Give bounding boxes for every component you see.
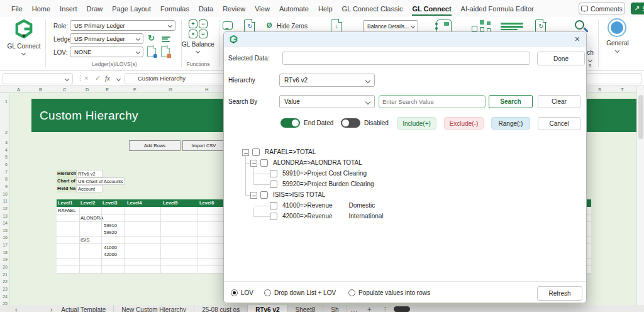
tree-checkbox[interactable] [270, 202, 277, 209]
menu-tab-review[interactable]: Review [223, 5, 245, 13]
done-button[interactable]: Done [537, 52, 585, 65]
cancel-entry-icon[interactable]: × [84, 74, 88, 82]
gl-connect-button[interactable]: GL Connect [5, 43, 43, 50]
chart-of-accounts-cell-value[interactable]: US Chart of Accounts [76, 177, 125, 185]
tree-item-label[interactable]: 59910=>Project Cost Clearing [282, 170, 367, 177]
general-dropdown-icon[interactable] [615, 48, 619, 53]
menu-tab-formulas[interactable]: Formulas [160, 5, 189, 13]
ledger-select[interactable]: US Primary Ledger [70, 33, 143, 44]
name-box-dropdown-icon[interactable] [65, 77, 69, 81]
disabled-toggle[interactable] [341, 118, 360, 128]
tree-checkbox[interactable] [260, 159, 268, 167]
gl-balance-button[interactable]: GL Balance [178, 41, 218, 48]
include-button[interactable]: Include(+) [397, 117, 436, 130]
vertical-scrollbar[interactable] [636, 86, 644, 305]
collapse-toggle-icon[interactable] [250, 160, 257, 167]
tree-item-label[interactable]: 59920=>Project Burden Clearing [282, 181, 374, 187]
dropdown-list-lov-radio[interactable] [264, 289, 271, 296]
menu-tab-gl-connect-classic[interactable]: GL Connect Classic [342, 5, 403, 13]
sheet-tab[interactable]: Sheet8 [288, 305, 324, 312]
hide-zeros-icon[interactable]: Ø [267, 21, 272, 29]
refresh-ledger-icon[interactable]: ↻ [148, 33, 155, 43]
general-format-icon[interactable] [608, 18, 626, 37]
summary-lines-icon[interactable] [501, 21, 523, 31]
general-button[interactable]: General [600, 40, 635, 47]
remove-lov-document-icon[interactable] [161, 46, 170, 57]
collapse-toggle-icon[interactable] [250, 192, 257, 199]
tree-item-label[interactable]: ALONDRA=>ALONDRA TOTAL [273, 159, 362, 166]
range-button[interactable]: Range(:) [491, 117, 530, 130]
prev-sheet-icon[interactable]: ‹ [15, 305, 18, 312]
tree-item-label[interactable]: 41000=>RevenueDomestic [282, 202, 375, 209]
menu-tab-view[interactable]: View [255, 5, 270, 13]
hierarchy-name-cell-label[interactable]: Hierarch [57, 170, 76, 177]
hide-zeros-label[interactable]: Hide Zeros [277, 23, 308, 30]
sheet-tab[interactable]: 25-08 cust os [194, 305, 248, 312]
collapse-toggle-icon[interactable] [242, 149, 249, 156]
selected-data-input[interactable] [282, 52, 530, 65]
role-select[interactable]: US Primary Ledger [70, 20, 175, 31]
sheet-tab-active[interactable]: RTv6 v2 [248, 305, 287, 312]
lov-select[interactable]: NONE [70, 47, 143, 57]
tree-item-label[interactable]: RAFAEL=>TOTAL [265, 148, 316, 155]
hierarchy-select[interactable]: RTv6 v2 [279, 74, 375, 87]
cancel-button[interactable]: Cancel [538, 117, 580, 130]
sheet-tab[interactable]: New Custom Hierarchy [114, 305, 194, 312]
more-sheets-icon[interactable]: ... [350, 305, 358, 312]
ledger-list-icon[interactable] [162, 35, 172, 43]
gl-balance-calculator-icon[interactable]: +− ×= [189, 20, 208, 38]
gl-connect-dropdown-icon[interactable] [21, 51, 26, 55]
end-dated-toggle[interactable] [280, 118, 300, 128]
lov-radio[interactable] [231, 289, 238, 296]
menu-tab-help[interactable]: Help [318, 5, 333, 13]
menu-tab-ai-aided-formula-editor[interactable]: AI-aided Formula Editor [461, 5, 534, 13]
add-rows-button[interactable]: Add Rows [129, 140, 180, 151]
clear-button[interactable]: Clear [538, 95, 580, 108]
scrollbar-thumb[interactable] [638, 95, 643, 139]
refresh-button[interactable]: Refresh [537, 286, 582, 301]
menu-tab-insert[interactable]: Insert [60, 5, 77, 13]
menu-tab-home[interactable]: Home [32, 5, 50, 13]
dialog-title-bar[interactable]: × [224, 32, 586, 47]
tree-item-label[interactable]: 42000=>RevenueInternational [282, 213, 384, 220]
chart-of-accounts-cell-label[interactable]: Chart of [57, 177, 76, 185]
add-sheet-icon[interactable]: + [367, 305, 372, 312]
menu-tab-draw[interactable]: Draw [87, 5, 103, 13]
next-sheet-icon[interactable]: › [50, 305, 53, 312]
menu-tab-page-layout[interactable]: Page Layout [112, 5, 151, 13]
balance-details-select[interactable]: Balance Details... [363, 20, 418, 32]
tree-item-label[interactable]: ISIS=>ISIS TOTAL [273, 191, 325, 198]
formula-bar-expand-icon[interactable] [116, 77, 121, 81]
search-icon[interactable] [575, 20, 584, 30]
hierarchy-name-cell-value[interactable]: RTv6 v2 [76, 170, 103, 177]
search-dropdown-icon[interactable] [588, 58, 592, 62]
share-button[interactable]: ↗ S [631, 3, 644, 14]
name-box[interactable] [3, 73, 73, 84]
comments-button[interactable]: Comments [579, 3, 625, 14]
menu-tab-gl-connect[interactable]: GL Connect [412, 5, 451, 16]
search-button[interactable]: Search [489, 95, 533, 108]
menu-tab-automate[interactable]: Automate [279, 5, 309, 13]
field-name-cell-value[interactable]: Account [76, 185, 103, 192]
close-icon[interactable]: × [575, 34, 580, 44]
field-name-cell-label[interactable]: Field Na [57, 185, 76, 192]
insert-function-icon[interactable]: fx [105, 74, 110, 82]
menu-tab-data[interactable]: Data [199, 5, 213, 13]
comment-note-icon[interactable] [223, 21, 233, 30]
tree-checkbox[interactable] [260, 191, 268, 199]
add-lov-document-icon[interactable] [147, 46, 156, 57]
sheet-tab[interactable]: Sh [323, 305, 347, 312]
tab-options-icon[interactable]: ⋮ [382, 305, 389, 312]
tree-checkbox[interactable] [270, 181, 277, 188]
tree-checkbox[interactable] [270, 213, 277, 220]
tree-checkbox[interactable] [252, 148, 260, 156]
search-by-select[interactable]: Value [279, 95, 375, 108]
row-headers[interactable]: 1 2 3 4 5 6 7 8 9 10 11 12 13 14 15 16 1… [0, 93, 9, 305]
tree-checkbox[interactable] [270, 170, 277, 177]
import-csv-button[interactable]: Import CSV [182, 140, 225, 151]
gl-balance-dropdown-icon[interactable] [196, 49, 200, 53]
populate-values-radio[interactable] [348, 289, 355, 296]
search-value-input[interactable] [379, 95, 486, 108]
menu-tab-file[interactable]: File [11, 5, 23, 13]
exclude-button[interactable]: Exclude(-) [444, 117, 484, 130]
